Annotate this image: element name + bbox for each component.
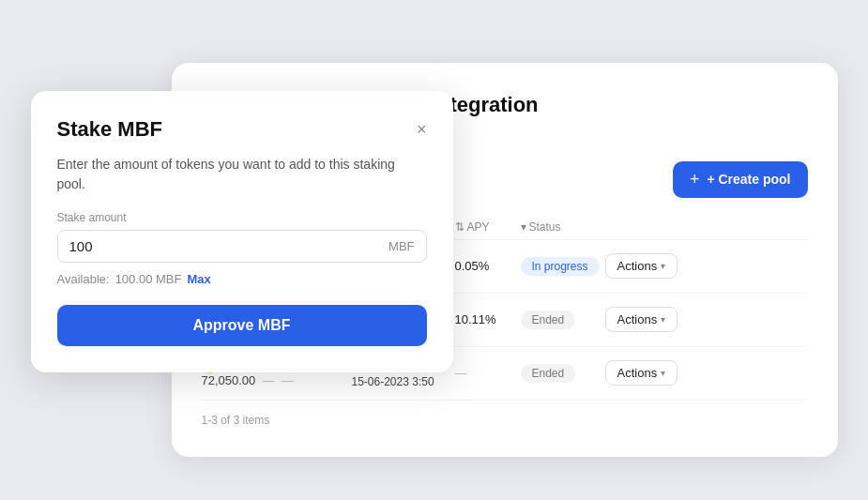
max-link[interactable]: Max <box>187 272 210 286</box>
available-row: Available: 100.00 MBF Max <box>57 272 427 286</box>
stake-suffix: MBF <box>388 239 414 253</box>
stake-modal: Stake MBF × Enter the amount of tokens y… <box>31 91 453 372</box>
row1-actions: Actions ▾ <box>605 253 699 279</box>
col-actions-header <box>605 220 699 234</box>
modal-header: Stake MBF × <box>57 117 427 142</box>
col-apy: ⇅ APY <box>455 220 521 234</box>
row2-actions: Actions ▾ <box>605 307 699 332</box>
row2-actions-button[interactable]: Actions ▾ <box>605 307 678 332</box>
row3-actions: Actions ▾ <box>605 360 699 386</box>
stake-label: Stake amount <box>57 211 427 224</box>
create-pool-button[interactable]: + + Create pool <box>673 161 808 198</box>
close-button[interactable]: × <box>417 121 427 138</box>
row1-status: In progress <box>521 257 605 276</box>
row2-apy: 10.11% <box>455 312 521 326</box>
col-status: ▾ Status <box>521 220 605 234</box>
row3-status: Ended <box>521 364 605 383</box>
modal-description: Enter the amount of tokens you want to a… <box>57 155 427 194</box>
available-amount: 100.00 MBF <box>115 272 182 286</box>
row3-actions-button[interactable]: Actions ▾ <box>605 360 678 386</box>
modal-title: Stake MBF <box>57 117 162 142</box>
row2-status: Ended <box>521 311 605 329</box>
available-label: Available: <box>57 272 110 286</box>
row1-actions-button[interactable]: Actions ▾ <box>605 253 678 279</box>
pagination: 1-3 of 3 items <box>202 414 808 427</box>
stake-input-wrap: MBF <box>57 230 427 263</box>
row3-apy: — <box>455 366 521 380</box>
approve-button[interactable]: Approve MBF <box>57 305 427 346</box>
row1-apy: 0.05% <box>455 259 521 273</box>
stake-input[interactable] <box>69 238 389 254</box>
